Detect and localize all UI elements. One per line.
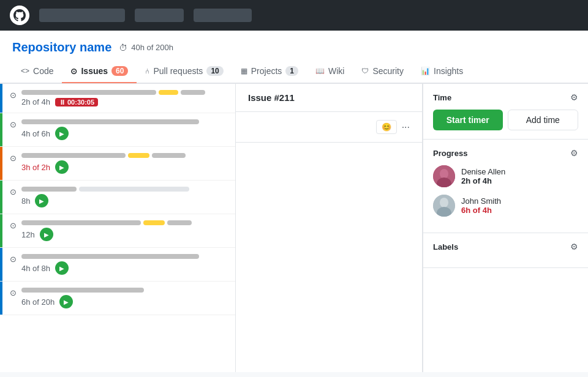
- issue-list: ⊙ 2h of 4h ⏸ 00:30:05 ⊙: [0, 84, 236, 372]
- time-section-header: Time ⚙: [433, 92, 578, 102]
- header-nav-3[interactable]: [194, 9, 252, 22]
- tab-code-label: Code: [33, 66, 53, 76]
- issue-content: 8h ▶: [21, 187, 225, 207]
- avatar-john: [433, 195, 455, 217]
- issues-icon: ⊙: [70, 67, 77, 76]
- issue-time-row: 4h of 8h ▶: [21, 261, 225, 275]
- issue-bar-row: [21, 254, 225, 259]
- issue-content: 2h of 4h ⏸ 00:30:05: [21, 90, 225, 106]
- progress-info-2: John Smith 6h of 4h: [461, 196, 501, 215]
- tab-security[interactable]: 🛡 Security: [353, 60, 412, 83]
- issue-icon: ⊙: [10, 255, 17, 264]
- issue-icon: ⊙: [10, 91, 17, 100]
- table-row[interactable]: ⊙ 4h of 6h ▶: [0, 113, 235, 147]
- labels-gear-button[interactable]: ⚙: [570, 242, 578, 252]
- issue-body: 😊 ···: [236, 112, 422, 143]
- issue-time: 6h of 20h: [21, 297, 55, 307]
- play-button[interactable]: ▶: [55, 127, 69, 140]
- progress-section-title: Progress: [433, 149, 467, 158]
- projects-badge: 1: [285, 66, 298, 76]
- table-row[interactable]: ⊙ 4h of 8h ▶: [0, 248, 235, 282]
- sidebar-panel: Time ⚙ Start timer Add time Progress ⚙: [423, 84, 588, 372]
- issue-header-bar: Issue #211: [236, 84, 422, 112]
- issue-bar-row: [21, 153, 225, 158]
- issue-bar-row: [21, 90, 225, 95]
- time-section: Time ⚙ Start timer Add time: [423, 84, 588, 140]
- issue-bar-row: [21, 288, 225, 293]
- issue-bar-row: [21, 119, 225, 124]
- wiki-icon: 📖: [315, 67, 325, 75]
- time-section-title: Time: [433, 93, 451, 102]
- issue-time: 8h: [21, 196, 30, 206]
- tab-insights[interactable]: 📊 Insights: [412, 60, 472, 83]
- issue-time-row: 8h ▶: [21, 194, 225, 207]
- issue-icon: ⊙: [10, 120, 17, 129]
- add-time-button[interactable]: Add time: [508, 110, 579, 130]
- repo-header: Repository name ⏱ 40h of 200h: [0, 31, 588, 54]
- progress-time-1: 2h of 4h: [461, 176, 505, 185]
- issue-time: 2h of 4h: [21, 97, 50, 106]
- header: [0, 0, 588, 31]
- table-row[interactable]: ⊙ 6h of 20h ▶: [0, 282, 235, 315]
- issue-icon: ⊙: [10, 187, 17, 196]
- labels-section: Labels ⚙: [423, 233, 588, 268]
- issue-time-row: 3h of 2h ▶: [21, 160, 225, 174]
- progress-name-1: Denise Allen: [461, 167, 505, 176]
- progress-section-header: Progress ⚙: [433, 148, 578, 158]
- labels-section-header: Labels ⚙: [433, 242, 578, 252]
- table-row[interactable]: ⊙ 8h ▶: [0, 181, 235, 214]
- progress-gear-button[interactable]: ⚙: [570, 148, 578, 158]
- repo-title[interactable]: Repository name: [12, 40, 111, 54]
- svg-point-1: [440, 169, 448, 179]
- issue-bar-yellow: [159, 90, 178, 95]
- table-row[interactable]: ⊙ 3h of 2h ▶: [0, 147, 235, 181]
- progress-user-1: Denise Allen 2h of 4h: [433, 165, 578, 187]
- play-button[interactable]: ▶: [55, 160, 69, 174]
- issue-bar: [21, 187, 77, 192]
- issue-time: 4h of 8h: [21, 264, 50, 273]
- pr-icon: ⑃: [145, 67, 149, 75]
- issues-badge: 60: [111, 66, 128, 76]
- issue-bar-2: [181, 90, 205, 95]
- table-row[interactable]: ⊙ 12h ▶: [0, 214, 235, 248]
- header-nav-1[interactable]: [39, 9, 125, 22]
- timer-badge: ⏸ 00:30:05: [55, 98, 98, 106]
- play-button[interactable]: ▶: [55, 261, 69, 275]
- time-buttons: Start timer Add time: [433, 110, 578, 130]
- issue-content: 12h ▶: [21, 220, 225, 241]
- issue-time: 4h of 6h: [21, 129, 50, 138]
- tab-pullrequests[interactable]: ⑃ Pull requests 10: [137, 60, 232, 83]
- tab-projects[interactable]: ▦ Projects 1: [232, 60, 307, 83]
- issue-bar-yellow: [128, 153, 149, 158]
- more-button[interactable]: ···: [402, 122, 410, 133]
- play-button[interactable]: ▶: [35, 194, 48, 207]
- tab-wiki-label: Wiki: [328, 66, 344, 76]
- issue-number: Issue #211: [248, 92, 295, 103]
- issue-bar-2: [167, 220, 192, 225]
- start-timer-button[interactable]: Start timer: [433, 110, 503, 130]
- github-logo[interactable]: [10, 6, 29, 25]
- issue-bar: [21, 90, 156, 95]
- tabs: <> Code ⊙ Issues 60 ⑃ Pull requests 10 ▦…: [0, 59, 588, 83]
- emoji-button[interactable]: 😊: [376, 120, 397, 134]
- repo-area: Repository name ⏱ 40h of 200h <> Code ⊙ …: [0, 31, 588, 84]
- issue-bar-row: [21, 220, 225, 225]
- svg-point-4: [440, 198, 448, 207]
- insights-icon: 📊: [421, 67, 430, 75]
- repo-time-meta: 40h of 200h: [131, 43, 173, 52]
- issue-time-row: 2h of 4h ⏸ 00:30:05: [21, 97, 225, 106]
- tab-insights-label: Insights: [434, 66, 463, 76]
- issue-bar-2: [79, 187, 189, 192]
- play-button[interactable]: ▶: [40, 228, 53, 241]
- play-button[interactable]: ▶: [59, 295, 73, 308]
- time-gear-button[interactable]: ⚙: [570, 92, 578, 102]
- issue-content: 4h of 6h ▶: [21, 119, 225, 140]
- issue-time-row: 12h ▶: [21, 228, 225, 241]
- progress-name-2: John Smith: [461, 196, 501, 206]
- tab-issues[interactable]: ⊙ Issues 60: [62, 60, 137, 83]
- table-row[interactable]: ⊙ 2h of 4h ⏸ 00:30:05: [0, 84, 235, 113]
- issue-bar: [21, 288, 144, 293]
- header-nav-2[interactable]: [135, 9, 184, 22]
- tab-code[interactable]: <> Code: [12, 60, 62, 83]
- tab-wiki[interactable]: 📖 Wiki: [307, 60, 353, 83]
